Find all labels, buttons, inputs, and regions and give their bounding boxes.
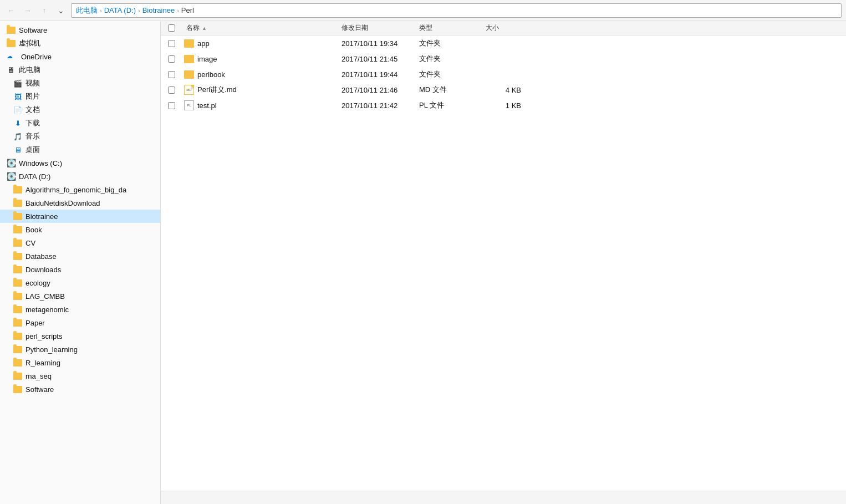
file-checkbox[interactable] [161,40,182,47]
sidebar-item-label: Database [26,252,57,261]
file-name-cell: MD Perl讲义.md [182,85,337,95]
file-row[interactable]: app 2017/10/11 19:34 文件夹 [161,35,846,51]
col-type-label: 类型 [419,24,432,32]
folder-icon [7,40,16,47]
sidebar-item-r-learning[interactable]: R_learning [0,356,160,369]
file-checkbox[interactable] [161,71,182,78]
row-checkbox[interactable] [168,102,175,109]
folder-icon [7,27,16,34]
breadcrumb-sep2: › [138,7,140,14]
content-panel: 名称 ▲ 修改日期 类型 大小 app 2017/10/11 19 [161,21,846,504]
col-size-label: 大小 [486,24,499,32]
file-type: PL 文件 [415,100,481,110]
folder-icon [184,55,194,63]
column-headers: 名称 ▲ 修改日期 类型 大小 [161,21,846,35]
row-checkbox[interactable] [168,40,175,47]
sidebar-item-docs[interactable]: 📄 文档 [0,103,160,116]
sidebar-item-software-bottom[interactable]: Software [0,383,160,396]
sidebar-item-label: Algorithms_fo_genomic_big_da [26,186,126,194]
sidebar-item-windows-c[interactable]: 💽 Windows (C:) [0,156,160,170]
file-name: perlbook [197,70,225,79]
breadcrumb-datad[interactable]: DATA (D:) [104,6,136,14]
pl-file-icon: PL [184,100,194,110]
file-date: 2017/10/11 19:34 [337,39,415,48]
folder-special-icon: 🎬 [13,79,22,87]
sidebar-item-pictures[interactable]: 🖼 图片 [0,90,160,103]
col-header-name[interactable]: 名称 ▲ [182,23,337,33]
sidebar-item-vm[interactable]: 虚拟机 [0,37,160,50]
addressbar: ← → ↑ ⌄ 此电脑 › DATA (D:) › Biotrainee › P… [0,0,846,21]
sidebar-item-music[interactable]: 🎵 音乐 [0,130,160,143]
file-row[interactable]: image 2017/10/11 21:45 文件夹 [161,51,846,67]
select-all-checkbox[interactable] [168,24,175,32]
sidebar-item-label: 文档 [26,105,40,115]
file-row[interactable]: MD Perl讲义.md 2017/10/11 21:46 MD 文件 4 KB [161,82,846,98]
statusbar [161,491,846,504]
folder-icon [13,293,22,300]
sidebar-item-baidu[interactable]: BaiduNetdiskDownload [0,196,160,210]
row-checkbox[interactable] [168,86,175,94]
sidebar-item-desktop[interactable]: 🖥 桌面 [0,143,160,156]
sidebar-item-label: CV [26,239,35,247]
sidebar-item-algorithms[interactable]: Algorithms_fo_genomic_big_da [0,183,160,196]
sidebar-item-paper[interactable]: Paper [0,316,160,329]
sidebar-item-lag-cmbb[interactable]: LAG_CMBB [0,289,160,303]
col-name-label: 名称 [186,23,200,33]
sidebar-item-label: Book [26,226,42,234]
sidebar-item-label: 下载 [26,118,40,128]
breadcrumb-sep1: › [100,7,102,14]
sidebar-item-biotrainee[interactable]: Biotrainee [0,210,160,223]
sidebar-item-database[interactable]: Database [0,250,160,263]
file-row[interactable]: perlbook 2017/10/11 19:44 文件夹 [161,67,846,82]
sidebar-item-metagenomic[interactable]: metagenomic [0,303,160,316]
forward-button[interactable]: → [21,4,34,17]
select-all-checkbox-area[interactable] [161,24,182,32]
sidebar-item-thispc[interactable]: 🖥 此电脑 [0,63,160,77]
folder-special-icon: 📄 [13,106,22,114]
sidebar-item-label: Downloads [26,266,61,274]
sidebar-item-label: Software [26,385,54,394]
sidebar-item-label: Software [19,26,47,34]
sidebar-item-downloads-cn[interactable]: ⬇ 下载 [0,116,160,130]
sidebar-item-label: Python_learning [26,345,78,354]
sidebar-item-label: LAG_CMBB [26,292,65,301]
breadcrumb-thispc[interactable]: 此电脑 [76,6,98,16]
sidebar-item-perl-scripts[interactable]: perl_scripts [0,329,160,343]
file-checkbox[interactable] [161,55,182,63]
breadcrumb-biotrainee[interactable]: Biotrainee [142,6,175,14]
sidebar-item-onedrive[interactable]: ☁ OneDrive [0,50,160,63]
file-checkbox[interactable] [161,86,182,94]
file-type: 文件夹 [415,38,481,48]
recent-button[interactable]: ⌄ [54,4,68,17]
breadcrumb: 此电脑 › DATA (D:) › Biotrainee › Perl [71,3,842,18]
sidebar-item-ecology[interactable]: ecology [0,276,160,289]
folder-icon [13,279,22,287]
sidebar-item-rna-seq[interactable]: rna_seq [0,369,160,383]
sidebar-item-python-learning[interactable]: Python_learning [0,343,160,356]
sidebar-item-software-top[interactable]: Software [0,23,160,37]
file-checkbox[interactable] [161,102,182,109]
folder-icon [13,319,22,327]
file-date: 2017/10/11 19:44 [337,70,415,79]
col-header-date[interactable]: 修改日期 [337,23,415,33]
sidebar-item-book[interactable]: Book [0,223,160,236]
sidebar: Software 虚拟机 ☁ OneDrive 🖥 此电脑 🎬 视频 🖼 图片 [0,21,161,504]
folder-icon [184,39,194,48]
up-button[interactable]: ↑ [38,4,51,17]
sidebar-item-label: ecology [26,279,50,287]
folder-icon [13,253,22,260]
row-checkbox[interactable] [168,55,175,63]
sidebar-item-video[interactable]: 🎬 视频 [0,77,160,90]
file-size: 4 KB [481,86,526,94]
file-row[interactable]: PL test.pl 2017/10/11 21:42 PL 文件 1 KB [161,98,846,113]
back-button[interactable]: ← [4,4,18,17]
row-checkbox[interactable] [168,71,175,78]
col-header-type[interactable]: 类型 [415,23,481,33]
sidebar-item-label: 桌面 [26,145,40,155]
col-header-size[interactable]: 大小 [481,23,526,33]
sidebar-item-downloads[interactable]: Downloads [0,263,160,276]
sidebar-item-cv[interactable]: CV [0,236,160,250]
sidebar-item-data-d[interactable]: 💽 DATA (D:) [0,170,160,183]
sidebar-item-label: 此电脑 [19,65,40,75]
file-name-cell: image [182,55,337,63]
